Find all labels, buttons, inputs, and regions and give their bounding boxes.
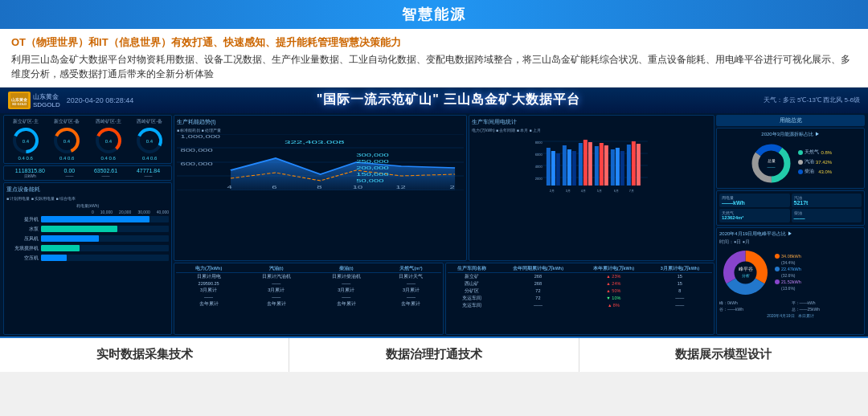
- chart-bottom-row: 电力(万kWh) 汽油(t) 柴油(t) 天然气(m³) 日累计用电 日累计汽油…: [174, 263, 714, 335]
- company-logo: 山东黄金 SD·GOLD: [8, 92, 31, 109]
- svg-text:300,000: 300,000: [356, 153, 389, 157]
- svg-rect-60: [632, 141, 636, 186]
- energy-table: 电力(万kWh) 汽油(t) 柴油(t) 天然气(m³) 日累计用电 日累计汽油…: [174, 263, 444, 335]
- footer-text-display: 数据展示模型设计: [675, 347, 772, 362]
- dashboard: 山东黄金 SD·GOLD 山东黄金SDGOLD 2020-04-20 08:28…: [0, 88, 868, 336]
- svg-text:10: 10: [353, 185, 363, 190]
- legend-tianranqi: 天然气 0.8%: [798, 149, 832, 156]
- kwh-item-2: 0.00 ——: [64, 168, 76, 178]
- bar-item-tishengji: 提升机: [6, 216, 169, 223]
- footer: 实时数据采集技术 数据治理打通技术 数据展示模型设计: [0, 336, 868, 372]
- stat-weekly-power: 周电量 ——kWh: [719, 194, 790, 207]
- page-title: 智慧能源: [402, 6, 466, 22]
- svg-text:250,000: 250,000: [356, 159, 389, 164]
- svg-rect-47: [563, 145, 567, 186]
- peak-title: 2020年4月19日用电峰平谷占比 ▶: [719, 230, 862, 238]
- svg-text:4000: 4000: [535, 165, 543, 169]
- mine-data-table: 生产车间名称 去年同期累计电(万kWh) 本年累计电(万kWh) 3月累计电(万…: [448, 265, 713, 309]
- dashboard-content: 新立矿区-主 0.4 0.4 0.6 新立矿区-备 0.4: [0, 113, 868, 336]
- svg-text:50,000: 50,000: [356, 178, 383, 183]
- svg-rect-58: [620, 151, 624, 186]
- legend-qiyou: 汽油 37.42%: [798, 158, 832, 165]
- right-top-label: 用能总览: [716, 115, 865, 126]
- peak-valley-panel: 2020年4月19日用电峰平谷占比 ▶ 时间：●日 ●月 峰平谷 分析: [716, 227, 865, 335]
- donut-title: 2020年3月能源折标占比 ▶: [761, 131, 819, 138]
- svg-rect-52: [588, 142, 592, 186]
- equipment-bar-panel: 重点设备能耗 ■ 计划用电量 ■ 实际用电量 ■ 综合电率 耗电量(kWh) 0…: [3, 182, 172, 335]
- gauge-xinli-main: 新立矿区-主 0.4 0.4 0.6: [6, 118, 46, 161]
- svg-rect-45: [551, 151, 555, 186]
- svg-text:6000: 6000: [535, 153, 543, 157]
- right-stats: 周电量 ——kWh 汽油 5217t 天然气 123624m³ 柴油 ——: [716, 190, 865, 226]
- svg-rect-56: [611, 149, 615, 186]
- svg-text:总量: 总量: [766, 158, 775, 163]
- gauge-xiling-backup: 西岭矿区-备 0.4 0.4 0.6: [130, 118, 170, 161]
- svg-text:0.4: 0.4: [105, 138, 113, 143]
- svg-text:4月: 4月: [581, 189, 586, 193]
- svg-rect-55: [604, 145, 608, 186]
- svg-text:5月: 5月: [597, 189, 602, 193]
- gauge-row: 新立矿区-主 0.4 0.4 0.6 新立矿区-备 0.4: [3, 115, 172, 164]
- svg-rect-57: [616, 148, 620, 186]
- svg-text:4: 4: [227, 185, 232, 190]
- middle-panel: 生产耗能趋势(t) ■ 标准能耗(t) ■ 处理产量: [174, 115, 714, 335]
- svg-rect-44: [547, 148, 551, 186]
- svg-text:12: 12: [395, 185, 406, 190]
- legend-dot-chaiyou: [798, 169, 803, 174]
- vbar-chart-panel: 生产车间用电统计 电力(万kWh) ■ 去年同期 ■ 本月 ■ 上月 8000 …: [469, 115, 714, 261]
- dashboard-header: 山东黄金 SD·GOLD 山东黄金SDGOLD 2020-04-20 08:28…: [0, 88, 868, 113]
- svg-text:——: ——: [767, 165, 775, 169]
- dashboard-datetime: 2020-04-20 08:28:44: [67, 96, 134, 104]
- stat-gasoline: 汽油 5217t: [792, 194, 862, 207]
- svg-text:分析: 分析: [742, 273, 750, 278]
- dashboard-main-title: "国际一流示范矿山" 三山岛金矿大数据平台: [133, 92, 763, 108]
- footer-item-display[interactable]: 数据展示模型设计: [579, 338, 868, 372]
- legend-chaiyou: 柴油 43.0%: [798, 168, 832, 175]
- svg-rect-61: [637, 144, 641, 186]
- svg-text:0.4: 0.4: [146, 138, 154, 143]
- equipment-bars: 提升机 水泵 压风机: [6, 216, 169, 262]
- footer-item-realtime[interactable]: 实时数据采集技术: [0, 338, 289, 372]
- svg-rect-48: [567, 149, 571, 186]
- svg-text:峰平谷: 峰平谷: [739, 267, 753, 271]
- svg-text:3月: 3月: [566, 189, 571, 193]
- svg-text:2月: 2月: [550, 189, 555, 193]
- donut-panel: 2020年3月能源折标占比 ▶ 总量 ——: [716, 128, 865, 189]
- gauge-xiling-main: 西岭矿区-主 0.4 0.4 0.6: [88, 118, 129, 161]
- company-name: 山东黄金SDGOLD: [33, 92, 60, 108]
- energy-data-table: 电力(万kWh) 汽油(t) 柴油(t) 天然气(m³) 日累计用电 日累计汽油…: [176, 265, 441, 308]
- left-panel: 新立矿区-主 0.4 0.4 0.6 新立矿区-备 0.4: [3, 115, 172, 335]
- mine-table: 生产车间名称 去年同期累计电(万kWh) 本年累计电(万kWh) 3月累计电(万…: [445, 263, 715, 335]
- kwh-row: 1118315.80 日kWh 0.00 —— 63502.61 —— 4777…: [3, 165, 172, 181]
- intro-title: OT（物理世界）和IT（信息世界）有效打通、快速感知、提升能耗管理智慧决策能力: [11, 35, 857, 50]
- svg-text:SD·GOLD: SD·GOLD: [12, 102, 27, 106]
- svg-text:2000: 2000: [535, 177, 543, 181]
- svg-text:1,000,000: 1,000,000: [180, 134, 220, 139]
- stat-diesel: 柴油 ——: [792, 209, 862, 222]
- bar-item-yafenji: 压风机: [6, 235, 169, 243]
- kwh-item-4: 47771.84 ——: [137, 168, 160, 178]
- svg-rect-49: [572, 151, 576, 186]
- bar-item-kongya: 空压机: [6, 255, 169, 262]
- svg-rect-46: [556, 153, 560, 186]
- legend-dot-qiyou: [798, 160, 803, 165]
- dashboard-weather: 天气：多云 5℃-13℃ 西北风 5-6级: [764, 96, 860, 104]
- intro-section: OT（物理世界）和IT（信息世界）有效打通、快速感知、提升能耗管理智慧决策能力 …: [0, 29, 868, 88]
- svg-text:6月: 6月: [614, 189, 619, 193]
- footer-item-governance[interactable]: 数据治理打通技术: [289, 338, 579, 372]
- footer-text-realtime: 实时数据采集技术: [96, 347, 193, 362]
- svg-rect-54: [600, 143, 604, 186]
- svg-text:8: 8: [317, 185, 321, 190]
- svg-rect-53: [595, 146, 599, 186]
- svg-text:0.4: 0.4: [63, 138, 71, 143]
- svg-text:800,000: 800,000: [180, 148, 213, 153]
- svg-text:2: 2: [449, 185, 454, 190]
- svg-rect-59: [627, 145, 631, 186]
- svg-text:600,000: 600,000: [180, 161, 213, 166]
- right-panel: 用能总览 2020年3月能源折标占比 ▶ 总量 ——: [716, 115, 865, 335]
- svg-text:0.4: 0.4: [23, 138, 30, 143]
- svg-text:150,000: 150,000: [356, 172, 389, 177]
- svg-text:322,403.008: 322,403.008: [285, 140, 345, 145]
- footer-text-governance: 数据治理打通技术: [386, 347, 482, 362]
- kwh-item-3: 63502.61 ——: [94, 168, 117, 178]
